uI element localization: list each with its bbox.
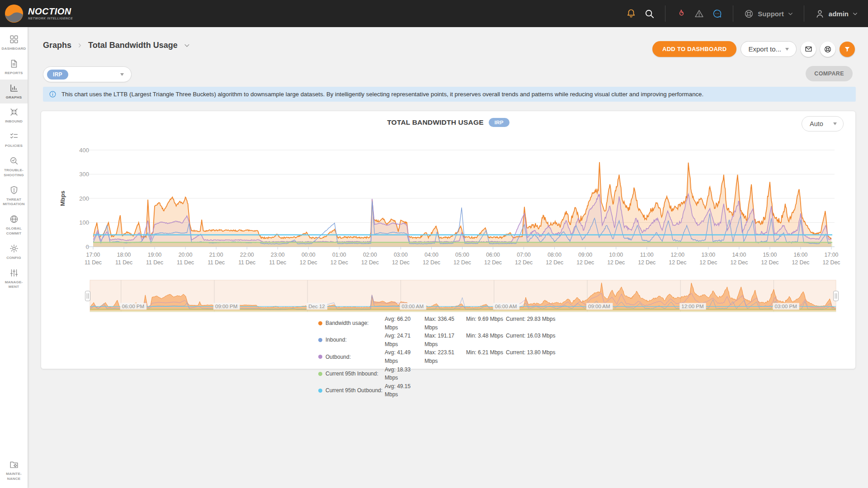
x-axis-time-label: 19:00 xyxy=(148,252,162,258)
life-buoy-icon xyxy=(824,45,832,53)
legend-label: Current 95th Inbound: xyxy=(318,366,385,382)
minimap-time-label: 09:00 AM xyxy=(588,304,610,309)
irp-filter-selector[interactable]: IRP xyxy=(43,66,132,82)
legend-dot xyxy=(318,321,322,325)
legend-min xyxy=(466,366,506,382)
legend-current xyxy=(506,366,555,382)
support-label: Support xyxy=(758,10,784,18)
alert-triangle-icon[interactable] xyxy=(693,8,705,20)
legend-label: Outbound: xyxy=(318,348,385,365)
breadcrumb-graphs[interactable]: Graphs xyxy=(43,41,71,50)
minimap-right-handle[interactable] xyxy=(834,291,839,301)
x-axis-time-label: 06:00 xyxy=(486,252,500,258)
sidebar-item-graphs[interactable]: GRAPHS xyxy=(0,80,28,104)
legend-avg: Avg: 49.15 Mbps xyxy=(385,382,425,399)
x-axis-time-label: 13:00 xyxy=(701,252,715,258)
x-axis-date-label: 12 Dec xyxy=(669,259,686,266)
minimap-time-label: 03:00 AM xyxy=(402,304,424,309)
x-axis-time-label: 05:00 xyxy=(455,252,469,258)
troubleshooting-search-icon xyxy=(9,156,19,166)
x-axis-date-label: 12 Dec xyxy=(423,259,440,266)
compare-button[interactable]: COMPARE xyxy=(806,66,853,81)
minimap-time-label: 03:00 PM xyxy=(775,304,797,309)
sidebar-item-label: CONFIG xyxy=(6,256,21,261)
inbound-arrows-icon xyxy=(9,107,19,117)
sidebar-item-label: MAINTE- NANCE xyxy=(6,472,22,482)
x-axis-date-label: 11 Dec xyxy=(85,259,102,266)
legend-avg: Avg: 24.71 Mbps xyxy=(385,332,425,348)
support-menu[interactable]: Support xyxy=(743,8,794,20)
sidebar-item-policies[interactable]: POLICIES xyxy=(0,128,28,152)
chat-icon[interactable] xyxy=(711,8,723,20)
x-axis-date-label: 12 Dec xyxy=(484,259,502,266)
sidebar-item-label: REPORTS xyxy=(5,71,23,76)
x-axis-date-label: 12 Dec xyxy=(453,259,471,266)
user-label: admin xyxy=(829,10,849,18)
search-icon[interactable] xyxy=(643,8,656,20)
x-axis-date-label: 12 Dec xyxy=(300,259,317,266)
legend-label: Bandwidth usage: xyxy=(318,315,385,332)
notifications-bell-icon[interactable] xyxy=(625,7,637,20)
top-navbar: NOCTION NETWORK INTELLIGENCE xyxy=(0,0,868,27)
legend-min: Min: 3.48 Mbps xyxy=(466,332,506,348)
sidebar-item-reports[interactable]: REPORTS xyxy=(0,55,28,80)
sidebar-item-inbound[interactable]: INBOUND xyxy=(0,103,28,128)
sidebar-item-label: DASHBOARD xyxy=(2,47,26,52)
info-banner: This chart uses the LTTB (Largest Triang… xyxy=(43,87,856,102)
help-button[interactable] xyxy=(820,42,835,57)
sidebar-item-threat-mitigation[interactable]: THREAT MITIGATION xyxy=(0,182,28,211)
brand[interactable]: NOCTION NETWORK INTELLIGENCE xyxy=(5,4,73,23)
legend-dot xyxy=(318,355,322,359)
config-gear-icon xyxy=(9,244,19,253)
x-axis-time-label: 12:00 xyxy=(670,252,684,258)
breadcrumb: Graphs Total Bandwidth Usage xyxy=(43,41,190,50)
legend-dot xyxy=(318,372,322,376)
sidebar-item-dashboard[interactable]: DASHBOARD xyxy=(0,31,28,55)
banner-text: This chart uses the LTTB (Largest Triang… xyxy=(61,91,703,98)
legend-dot xyxy=(318,338,322,342)
x-axis-date-label: 12 Dec xyxy=(792,259,809,266)
flame-icon[interactable] xyxy=(675,8,687,20)
user-menu[interactable]: admin xyxy=(814,8,859,20)
filter-button[interactable] xyxy=(840,42,855,57)
x-axis-date-label: 12 Dec xyxy=(638,259,656,266)
y-axis-tick-label: 200 xyxy=(79,195,89,202)
export-label: Export to... xyxy=(748,45,781,53)
sidebar-item-manage-ment[interactable]: MANAGE- MENT xyxy=(0,264,28,294)
policies-checklist-icon xyxy=(9,131,19,141)
legend-avg: Avg: 18.33 Mbps xyxy=(385,366,425,382)
sidebar-item-config[interactable]: CONFIG xyxy=(0,240,28,264)
irp-tag: IRP xyxy=(47,70,68,80)
x-axis-date-label: 12 Dec xyxy=(576,259,594,266)
chart-legend: Bandwidth usage:Avg: 66.20 MbpsMax: 336.… xyxy=(318,315,555,399)
x-axis-date-label: 12 Dec xyxy=(761,259,778,266)
legend-current: Current: 29.83 Mbps xyxy=(506,315,555,332)
sidebar-item-label: GLOBAL COMMIT xyxy=(6,226,22,236)
add-to-dashboard-button[interactable]: ADD TO DASHBOARD xyxy=(652,41,737,57)
breadcrumb-current[interactable]: Total Bandwidth Usage xyxy=(88,41,178,50)
chevron-down-icon[interactable] xyxy=(184,42,190,49)
x-axis-date-label: 12 Dec xyxy=(361,259,379,266)
sidebar-item-label: INBOUND xyxy=(5,119,23,124)
x-axis-date-label: 11 Dec xyxy=(115,259,132,266)
legend-min: Min: 9.69 Mbps xyxy=(466,315,506,332)
legend-avg: Avg: 41.49 Mbps xyxy=(385,348,425,365)
sidebar-item-trouble-shooting[interactable]: TROUBLE- SHOOTING xyxy=(0,152,28,182)
minimap-left-handle[interactable] xyxy=(85,291,90,301)
sidebar-item-mainte-nance[interactable]: MAINTE- NANCE xyxy=(0,456,28,485)
legend-max: Max: 336.45 Mbps xyxy=(425,315,466,332)
x-axis-date-label: 12 Dec xyxy=(823,259,840,266)
export-dropdown[interactable]: Export to... xyxy=(741,41,797,57)
dashboard-grid-icon xyxy=(9,34,19,44)
sidebar-item-label: POLICIES xyxy=(5,144,23,149)
info-icon xyxy=(49,90,57,98)
x-axis-date-label: 11 Dec xyxy=(208,259,225,266)
x-axis-date-label: 12 Dec xyxy=(392,259,410,266)
chevron-down-icon xyxy=(120,73,124,76)
email-button[interactable] xyxy=(801,42,816,57)
x-axis-date-label: 12 Dec xyxy=(515,259,533,266)
sidebar-item-global-commit[interactable]: GLOBAL COMMIT xyxy=(0,211,28,240)
navbar-divider xyxy=(804,5,804,22)
legend-label: Inbound: xyxy=(318,332,385,348)
x-axis-time-label: 20:00 xyxy=(179,252,193,258)
